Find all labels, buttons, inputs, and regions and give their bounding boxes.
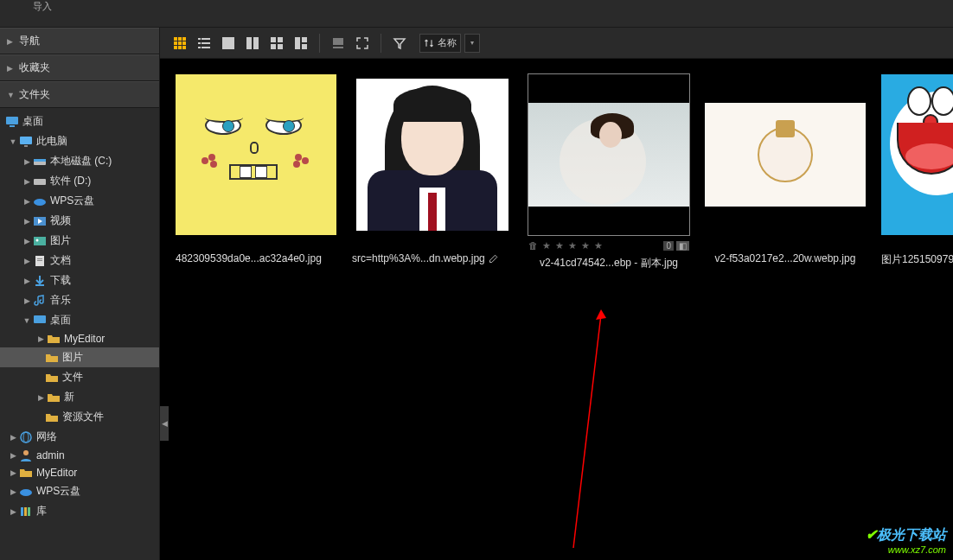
tree-myeditor2[interactable]: ▶ MyEditor — [0, 464, 159, 481]
tree-myeditor[interactable]: ▶ MyEditor — [0, 330, 159, 347]
tree-wps2[interactable]: ▶ WPS云盘 — [0, 481, 159, 501]
tree-video[interactable]: ▶ 视频 — [0, 211, 159, 231]
svg-line-51 — [573, 315, 601, 548]
sort-direction-button[interactable]: ▾ — [464, 34, 480, 53]
svg-rect-50 — [333, 47, 343, 48]
chevron-right-icon: ▶ — [7, 37, 16, 46]
view-list-button[interactable] — [193, 32, 215, 54]
folder-icon — [45, 372, 59, 384]
panel-fav-label: 收藏夹 — [19, 60, 50, 75]
panel-nav[interactable]: ▶ 导航 — [0, 28, 159, 54]
chevron-right-icon: ▶ — [36, 334, 45, 343]
svg-rect-39 — [222, 37, 234, 49]
library-icon — [19, 506, 33, 518]
svg-rect-43 — [278, 37, 283, 42]
tree-local-c[interactable]: ▶ 本地磁盘 (C:) — [0, 151, 159, 171]
tree-desktop[interactable]: 桌面 — [0, 111, 159, 131]
tree-wps[interactable]: ▶ WPS云盘 — [0, 191, 159, 211]
tree-admin[interactable]: ▶ admin — [0, 447, 159, 464]
svg-rect-37 — [198, 47, 201, 48]
tree-soft-d[interactable]: ▶ 软件 (D:) — [0, 171, 159, 191]
thumbnail-filename: v2-41cd74542...ebp - 副本.jpg — [528, 256, 689, 270]
svg-rect-34 — [201, 38, 210, 40]
tree-music[interactable]: ▶ 音乐 — [0, 290, 159, 310]
star-icon[interactable]: ★ ★ ★ ★ ★ — [542, 240, 604, 251]
tree-library[interactable]: ▶ 库 — [0, 501, 159, 521]
thumbnail-image[interactable] — [881, 74, 953, 235]
svg-rect-28 — [178, 41, 182, 45]
layout-button[interactable] — [327, 32, 349, 54]
import-button[interactable]: 导入 — [33, 0, 52, 13]
view-split4-button[interactable] — [265, 32, 288, 54]
tree-downloads[interactable]: ▶ 下载 — [0, 270, 159, 290]
svg-rect-49 — [333, 38, 343, 45]
svg-rect-10 — [34, 237, 46, 245]
tree-this-pc[interactable]: ▼ 此电脑 — [0, 131, 159, 151]
tree-desktop2[interactable]: ▼ 桌面 — [0, 310, 159, 330]
tree-resources[interactable]: 资源文件 — [0, 407, 159, 427]
view-split2-button[interactable] — [241, 32, 264, 54]
separator — [319, 34, 320, 53]
annotation-arrow — [566, 309, 618, 551]
chevron-down-icon: ▼ — [9, 137, 17, 146]
tree-new[interactable]: ▶ 新 — [0, 387, 159, 407]
chevron-down-icon: ▼ — [22, 316, 31, 325]
svg-rect-13 — [37, 258, 42, 259]
view-compare-button[interactable] — [290, 32, 312, 54]
cloud-icon — [33, 195, 47, 207]
watermark: ✔极光下载站 www.xz7.com — [866, 526, 946, 555]
chevron-right-icon: ▶ — [7, 64, 16, 73]
folder-icon — [47, 391, 61, 404]
filter-button[interactable] — [388, 32, 411, 54]
svg-rect-6 — [34, 179, 46, 185]
panel-folders[interactable]: ▼ 文件夹 — [0, 81, 159, 108]
thumbnail-item[interactable]: 482309539da0e...ac32a4e0.jpg — [176, 74, 336, 264]
thumbnail-filename: v2-f53a0217e2...20w.webp.jpg — [705, 252, 866, 264]
svg-rect-3 — [24, 145, 28, 147]
fullscreen-button[interactable] — [351, 32, 374, 54]
separator — [381, 34, 381, 53]
monitor-icon — [19, 136, 33, 148]
thumbnail-item[interactable]: v2-f53a0217e2...20w.webp.jpg — [705, 74, 866, 264]
thumbnail-image[interactable] — [705, 74, 866, 235]
chevron-right-icon: ▶ — [9, 487, 17, 496]
thumbnail-item-selected[interactable]: 🗑 ★ ★ ★ ★ ★ 0 ◧ v2-41cd74542...ebp - 副本.… — [528, 74, 689, 270]
thumbnail-item[interactable]: 图片1251509799.jp — [881, 74, 953, 267]
sidebar-collapse-handle[interactable]: ◀ — [160, 406, 169, 441]
tree-pic-selected[interactable]: 图片 — [0, 347, 159, 367]
svg-rect-36 — [201, 42, 210, 44]
thumbnail-image[interactable] — [176, 74, 336, 235]
view-single-button[interactable] — [217, 32, 240, 54]
sort-dropdown[interactable]: 名称 — [419, 34, 461, 53]
rating-stars[interactable]: 🗑 ★ ★ ★ ★ ★ — [528, 240, 604, 251]
svg-rect-16 — [34, 315, 46, 323]
svg-rect-45 — [278, 44, 283, 49]
svg-rect-24 — [174, 37, 177, 41]
tree-files[interactable]: 文件 — [0, 367, 159, 387]
tree-network[interactable]: ▶ 网络 — [0, 427, 159, 447]
thumbnail-image[interactable] — [528, 74, 689, 235]
thumbnail-item[interactable]: src=http%3A%...dn.webp.jpg — [352, 74, 513, 264]
svg-rect-15 — [35, 284, 44, 286]
folder-icon — [45, 352, 59, 364]
user-icon — [19, 449, 33, 461]
image-icon — [33, 235, 47, 247]
color-label-badge[interactable]: 0 — [663, 241, 674, 251]
trash-icon[interactable]: 🗑 — [528, 240, 539, 251]
svg-rect-46 — [295, 37, 300, 49]
sort-label: 名称 — [438, 36, 457, 49]
svg-rect-5 — [34, 159, 46, 162]
tag-icon[interactable]: ◧ — [676, 241, 689, 251]
tree-docs[interactable]: ▶ 文档 — [0, 251, 159, 270]
top-toolbar: 导入 — [0, 0, 953, 28]
panel-nav-label: 导航 — [19, 34, 40, 48]
network-icon — [19, 431, 33, 443]
view-grid-button[interactable] — [169, 32, 191, 54]
panel-folders-label: 文件夹 — [19, 87, 50, 102]
panel-favorites[interactable]: ▶ 收藏夹 — [0, 54, 159, 81]
svg-point-11 — [36, 239, 39, 241]
tree-pictures[interactable]: ▶ 图片 — [0, 231, 159, 251]
thumbnail-image[interactable] — [352, 74, 513, 235]
folder-icon — [19, 467, 33, 479]
svg-rect-44 — [271, 44, 276, 49]
